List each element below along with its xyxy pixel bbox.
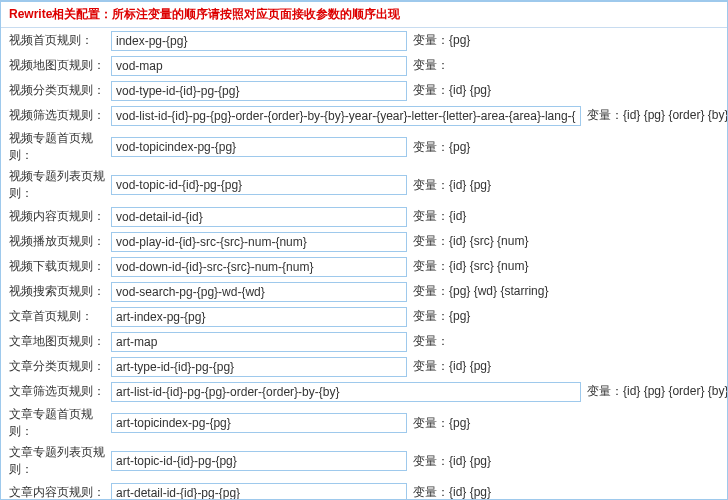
row-hint: 变量：{pg} — [407, 32, 470, 49]
row-label: 文章筛选页规则： — [7, 383, 111, 400]
rule-input[interactable] — [111, 451, 407, 471]
config-row: 文章专题首页规则：变量：{pg} — [1, 404, 727, 442]
config-row: 视频搜索页规则：变量：{pg} {wd} {starring} — [1, 279, 727, 304]
row-label: 文章分类页规则： — [7, 358, 111, 375]
row-label: 视频播放页规则： — [7, 233, 111, 250]
row-hint: 变量：{id} — [407, 208, 466, 225]
config-row: 文章分类页规则：变量：{id} {pg} — [1, 354, 727, 379]
row-field — [111, 307, 407, 327]
row-hint: 变量： — [407, 333, 449, 350]
panel-header: Rewrite相关配置：所标注变量的顺序请按照对应页面接收参数的顺序出现 — [1, 2, 727, 28]
rule-input[interactable] — [111, 106, 581, 126]
row-hint: 变量：{id} {pg} — [407, 453, 491, 470]
config-row: 视频地图页规则：变量： — [1, 53, 727, 78]
row-field — [111, 56, 407, 76]
row-hint: 变量：{id} {pg} — [407, 82, 491, 99]
row-label: 文章首页规则： — [7, 308, 111, 325]
rule-input[interactable] — [111, 357, 407, 377]
rule-input[interactable] — [111, 332, 407, 352]
config-row: 视频分类页规则：变量：{id} {pg} — [1, 78, 727, 103]
row-label: 视频下载页规则： — [7, 258, 111, 275]
rule-input[interactable] — [111, 232, 407, 252]
config-row: 视频下载页规则：变量：{id} {src} {num} — [1, 254, 727, 279]
config-row: 文章地图页规则：变量： — [1, 329, 727, 354]
row-field — [111, 483, 407, 501]
rule-input[interactable] — [111, 282, 407, 302]
row-field — [111, 332, 407, 352]
row-field — [111, 451, 407, 471]
row-label: 视频地图页规则： — [7, 57, 111, 74]
rule-input[interactable] — [111, 483, 407, 501]
row-label: 文章专题首页规则： — [7, 406, 111, 440]
config-row: 视频专题列表页规则：变量：{id} {pg} — [1, 166, 727, 204]
config-row: 视频首页规则：变量：{pg} — [1, 28, 727, 53]
rule-input[interactable] — [111, 56, 407, 76]
rule-input[interactable] — [111, 31, 407, 51]
row-field — [111, 357, 407, 377]
rule-input[interactable] — [111, 382, 581, 402]
config-row: 视频筛选页规则：变量：{id} {pg} {order} {by} {year}… — [1, 103, 727, 128]
row-hint: 变量：{id} {pg} — [407, 484, 491, 500]
rule-input[interactable] — [111, 257, 407, 277]
config-row: 文章首页规则：变量：{pg} — [1, 304, 727, 329]
config-row: 文章专题列表页规则：变量：{id} {pg} — [1, 442, 727, 480]
row-label: 视频专题首页规则： — [7, 130, 111, 164]
row-hint: 变量：{pg} {wd} {starring} — [407, 283, 548, 300]
row-hint: 变量：{pg} — [407, 308, 470, 325]
row-label: 视频首页规则： — [7, 32, 111, 49]
config-row: 文章筛选页规则：变量：{id} {pg} {order} {by} {lette… — [1, 379, 727, 404]
config-panel: Rewrite相关配置：所标注变量的顺序请按照对应页面接收参数的顺序出现 视频首… — [0, 0, 728, 500]
row-label: 视频分类页规则： — [7, 82, 111, 99]
rule-input[interactable] — [111, 175, 407, 195]
rule-input[interactable] — [111, 81, 407, 101]
row-label: 视频内容页规则： — [7, 208, 111, 225]
config-row: 文章内容页规则：变量：{id} {pg} — [1, 480, 727, 500]
row-label: 文章地图页规则： — [7, 333, 111, 350]
row-field — [111, 382, 581, 402]
config-row: 视频内容页规则：变量：{id} — [1, 204, 727, 229]
row-field — [111, 137, 407, 157]
row-label: 视频专题列表页规则： — [7, 168, 111, 202]
row-field — [111, 207, 407, 227]
row-hint: 变量：{id} {pg} — [407, 358, 491, 375]
row-hint: 变量：{pg} — [407, 415, 470, 432]
row-hint: 变量：{id} {pg} {order} {by} {letter} — [581, 383, 728, 400]
row-label: 文章专题列表页规则： — [7, 444, 111, 478]
config-row: 视频专题首页规则：变量：{pg} — [1, 128, 727, 166]
row-hint: 变量：{id} {src} {num} — [407, 258, 528, 275]
row-field — [111, 413, 407, 433]
row-hint: 变量： — [407, 57, 449, 74]
row-hint: 变量：{pg} — [407, 139, 470, 156]
row-field — [111, 257, 407, 277]
row-field — [111, 31, 407, 51]
row-field — [111, 81, 407, 101]
config-row: 视频播放页规则：变量：{id} {src} {num} — [1, 229, 727, 254]
row-hint: 变量：{id} {pg} — [407, 177, 491, 194]
row-label: 文章内容页规则： — [7, 484, 111, 500]
row-hint: 变量：{id} {pg} {order} {by} {year} {letter… — [581, 107, 728, 124]
row-field — [111, 175, 407, 195]
row-label: 视频筛选页规则： — [7, 107, 111, 124]
rule-input[interactable] — [111, 207, 407, 227]
rule-input[interactable] — [111, 307, 407, 327]
rule-input[interactable] — [111, 137, 407, 157]
row-hint: 变量：{id} {src} {num} — [407, 233, 528, 250]
rows: 视频首页规则：变量：{pg}视频地图页规则：变量：视频分类页规则：变量：{id}… — [1, 28, 727, 500]
row-field — [111, 282, 407, 302]
row-field — [111, 106, 581, 126]
row-field — [111, 232, 407, 252]
rule-input[interactable] — [111, 413, 407, 433]
row-label: 视频搜索页规则： — [7, 283, 111, 300]
